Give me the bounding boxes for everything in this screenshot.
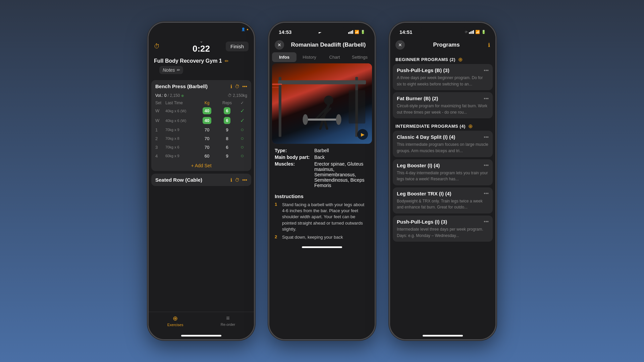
tab-infos[interactable]: Infos: [272, 52, 297, 62]
close-button-3[interactable]: ✕: [395, 40, 405, 50]
program-card-push-pull-legs-i[interactable]: Push-Pull-Legs (I) (3) ••• Intermediate …: [393, 216, 493, 242]
exercise-2-timer-icon[interactable]: ⏱: [235, 177, 239, 183]
tab-settings[interactable]: Settings: [347, 52, 372, 62]
notes-label: Notes: [163, 67, 175, 73]
set-label: W: [155, 108, 165, 113]
set-check-icon[interactable]: ○: [237, 135, 247, 141]
program-more-icon[interactable]: •••: [484, 68, 489, 73]
play-button[interactable]: ▶: [357, 129, 368, 140]
instr-num-2: 2: [275, 234, 279, 240]
set-reps[interactable]: 6: [224, 107, 230, 114]
vol-check-icon: ⊕: [181, 94, 184, 98]
set-check-icon[interactable]: ✓: [237, 108, 247, 114]
exercise-2-info-icon[interactable]: ℹ: [230, 177, 232, 183]
program-card-push-pull-legs-b[interactable]: Push-Pull-Legs (B) (3) ••• A three days …: [393, 64, 493, 90]
edit-icon[interactable]: ✏: [225, 58, 229, 64]
programs-title: Programs: [408, 42, 485, 48]
timer-icon[interactable]: ⏱: [154, 43, 160, 50]
col-last-time: Last Time: [165, 101, 197, 105]
location-icon: ▶: [319, 30, 321, 34]
col-set: Set: [155, 101, 165, 105]
battery-icon-2: 🔋: [361, 30, 365, 34]
program-more-icon[interactable]: •••: [484, 219, 489, 224]
exercise-2-more-icon[interactable]: •••: [242, 177, 247, 183]
signal-bars-2: [348, 30, 353, 34]
exercise-timer-icon[interactable]: ⏱: [235, 84, 239, 89]
set-kg[interactable]: 40: [203, 107, 211, 114]
instructions-section: Instructions 1 Stand facing a barbell wi…: [269, 193, 375, 245]
set-label: 4: [155, 154, 165, 159]
phone-1: ⠀ 👤 ● ⏱ ⌄ 0:22 Finish Full Body Recovery…: [148, 22, 255, 340]
table-row[interactable]: 3 70kg x 6 70 6 ○: [151, 143, 251, 152]
body-value: Back: [314, 155, 325, 160]
table-row[interactable]: 2 70kg x 8 70 8 ○: [151, 134, 251, 143]
table-row[interactable]: 4 60kg x 9 60 9 ○: [151, 152, 251, 160]
notes-button[interactable]: Notes ✏: [159, 66, 183, 74]
instr-text-2: Squat down, keeping your back: [282, 234, 343, 240]
svg-rect-13: [272, 83, 282, 85]
status-bar-1: ⠀ 👤 ●: [149, 23, 254, 38]
signal-bars-3: [469, 30, 474, 34]
program-card-header: Leg Booster (I) (4) •••: [397, 163, 489, 168]
program-more-icon[interactable]: •••: [484, 134, 489, 140]
set-check-icon[interactable]: ✓: [237, 117, 247, 124]
add-intermediate-button[interactable]: ⊕: [468, 123, 473, 129]
svg-point-4: [324, 96, 333, 105]
beginner-section-header: BEGINNER PROGRAMS (2) ⊕: [393, 54, 493, 64]
info-icon-3[interactable]: ℹ: [488, 42, 490, 48]
tab-chart[interactable]: Chart: [322, 52, 347, 62]
program-more-icon[interactable]: •••: [484, 96, 489, 101]
set-kg[interactable]: 70: [197, 127, 217, 132]
set-last-time: 60kg x 9: [165, 154, 197, 158]
programs-list: BEGINNER PROGRAMS (2) ⊕ Push-Pull-Legs (…: [390, 54, 495, 334]
sets-header: Set Last Time Kg Reps ✓: [151, 100, 251, 106]
program-desc: This 4-day intermediate program lets you…: [397, 171, 488, 182]
program-more-icon[interactable]: •••: [484, 163, 489, 168]
set-label: 1: [155, 127, 165, 132]
set-kg[interactable]: 70: [197, 145, 217, 150]
muscles-row: Muscles: Erector spinae, Gluteus maximus…: [275, 161, 369, 188]
exercise-2-section: Seated Row (Cable) ℹ ⏱ •••: [151, 174, 251, 186]
set-kg[interactable]: 70: [197, 136, 217, 141]
exercise-info-icon[interactable]: ℹ: [230, 84, 232, 89]
add-beginner-button[interactable]: ⊕: [458, 56, 463, 63]
program-card-leg-booster-trx[interactable]: Leg Booster TRX (I) (4) ••• Bodyweight &…: [393, 187, 493, 214]
set-reps[interactable]: 9: [217, 154, 237, 159]
program-card-fat-burner-b[interactable]: Fat Burner (B) (2) ••• Circuit-style pro…: [393, 92, 493, 118]
tab-history[interactable]: History: [297, 52, 322, 62]
tab-reorder[interactable]: ≡ Re-order: [221, 315, 235, 327]
status-bar-2: 14:53 ▶ 📶 🔋: [269, 23, 375, 38]
finish-button[interactable]: Finish: [226, 42, 249, 51]
exercise-more-icon[interactable]: •••: [242, 84, 247, 89]
program-card-classic-4-day[interactable]: Classic 4 Day Split (I) (4) ••• This int…: [393, 131, 493, 157]
add-set-button[interactable]: + Add Set: [151, 160, 251, 171]
phone-2: 14:53 ▶ 📶 🔋 ✕ Romanian Deadlift (Barbell…: [268, 22, 376, 340]
detail-header: ✕ Romanian Deadlift (Barbell): [269, 38, 375, 52]
detail-tabs: Infos History Chart Settings: [269, 52, 375, 62]
program-card-leg-booster[interactable]: Leg Booster (I) (4) ••• This 4-day inter…: [393, 159, 493, 185]
set-kg[interactable]: 60: [197, 154, 217, 159]
program-card-header: Leg Booster TRX (I) (4) •••: [397, 191, 489, 196]
close-button[interactable]: ✕: [275, 40, 284, 50]
set-reps[interactable]: 8: [217, 136, 237, 141]
svg-rect-10: [305, 119, 338, 121]
table-row[interactable]: W 40kg x 6 (W) 40 6 ✓: [151, 116, 251, 125]
set-kg[interactable]: 40: [203, 117, 211, 124]
set-check-icon[interactable]: ○: [237, 153, 247, 159]
program-name: Leg Booster TRX (I) (4): [397, 191, 451, 196]
program-more-icon[interactable]: •••: [484, 191, 489, 196]
home-indicator-3: [423, 335, 463, 337]
tab-exercises[interactable]: ⊕ Exercises: [167, 315, 183, 327]
set-reps[interactable]: 6: [224, 117, 230, 124]
exercise-1-section: Bench Press (Barbell) ℹ ⏱ ••• Vol.: 0 / …: [151, 80, 251, 171]
table-row[interactable]: W 40kg x 6 (W) 40 6 ✓: [151, 106, 251, 116]
set-reps[interactable]: 6: [217, 145, 237, 150]
set-reps[interactable]: 9: [217, 127, 237, 132]
svg-rect-15: [348, 90, 365, 123]
set-label: 2: [155, 136, 165, 141]
set-label: 3: [155, 145, 165, 150]
instruction-2: 2 Squat down, keeping your back: [275, 234, 369, 240]
set-check-icon[interactable]: ○: [237, 144, 247, 150]
set-check-icon[interactable]: ○: [237, 127, 247, 133]
table-row[interactable]: 1 70kg x 9 70 9 ○: [151, 125, 251, 134]
